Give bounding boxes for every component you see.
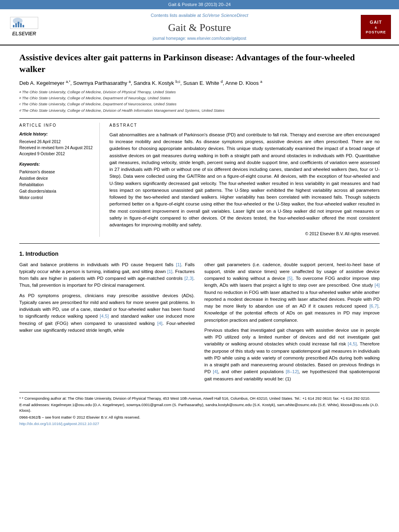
affiliations: a The Ohio State University, College of … (19, 89, 380, 113)
intro-para-4: Previous studies that investigated gait … (204, 327, 380, 382)
journal-homepage: journal homepage: www.elsevier.com/locat… (40, 36, 359, 41)
article-info-abstract: ARTICLE INFO Article history: Received 2… (19, 123, 380, 237)
article-info-label: ARTICLE INFO (19, 123, 93, 128)
header-center: Contents lists available at SciVerse Sci… (40, 12, 359, 41)
journal-title-header: Gait & Posture (40, 21, 359, 35)
article-history: Article history: Received 26 April 2012 … (19, 131, 93, 157)
svg-rect-3 (20, 23, 22, 27)
intro-para-1: Gait and balance problems in individuals… (19, 261, 195, 289)
sciverse-link: Contents lists available at SciVerse Sci… (40, 12, 359, 18)
authors-line: Deb A. Kegelmeyer a,*, Sowmya Parthasara… (19, 79, 380, 87)
footnote-email: E-mail addresses: Kegelmeyer.1@osu.edu (… (19, 402, 380, 414)
abstract-column: ABSTRACT Gait abnormalities are a hallma… (109, 123, 380, 237)
revised-date: Received in revised form 24 August 2012 (19, 145, 93, 151)
footnote-issn: 0966-6362/$ – see front matter © 2012 El… (19, 415, 380, 420)
elsevier-logo: ELSEVIER (8, 17, 40, 37)
svg-point-5 (13, 18, 23, 24)
introduction-title: 1. Introduction (19, 250, 380, 258)
affiliation-c: c The Ohio State University, College of … (19, 101, 380, 107)
article-header-section: Assistive devices alter gait patterns in… (0, 45, 399, 243)
affiliation-a: a The Ohio State University, College of … (19, 89, 380, 95)
affiliation-d: d The Ohio State University, College of … (19, 108, 380, 113)
keyword-2: Assistive device (19, 175, 93, 182)
main-content: 1. Introduction Gait and balance problem… (0, 244, 399, 434)
abstract-text: Gait abnormalities are a hallmark of Par… (109, 131, 380, 229)
keyword-3: Rehabilitation (19, 182, 93, 188)
gait-logo-amp: & (375, 25, 377, 30)
keywords-section: Keywords: Parkinson's disease Assistive … (19, 162, 93, 201)
intro-para-3: other gait parameters (i.e. cadence, dou… (204, 261, 380, 324)
affiliation-b: b The Ohio State University, College of … (19, 95, 380, 101)
author-deb: Deb A. Kegelmeyer a,*, Sowmya Parthasara… (19, 80, 262, 86)
abstract-label: ABSTRACT (109, 123, 380, 128)
article-info-column: ARTICLE INFO Article history: Received 2… (19, 123, 100, 237)
gait-logo-box: GAIT & POSTURE (361, 15, 391, 39)
copyright-line: © 2012 Elsevier B.V. All rights reserved… (109, 231, 380, 237)
journal-header: ELSEVIER Contents lists available at Sci… (0, 9, 399, 45)
footnote-doi: http://dx.doi.org/10.1016/j.gaitpost.201… (19, 421, 380, 427)
gait-logo-posture: POSTURE (366, 30, 386, 35)
keyword-4: Gait disorders/ataxia (19, 188, 93, 195)
svg-rect-4 (23, 25, 24, 27)
received-date: Received 26 April 2012 (19, 139, 93, 145)
journal-citation: Gait & Posture 38 (2013) 20–24 (168, 2, 230, 7)
intro-para-2: As PD symptoms progress, clinicians may … (19, 292, 195, 334)
journal-citation-bar: Gait & Posture 38 (2013) 20–24 (0, 0, 399, 9)
keyword-1: Parkinson's disease (19, 169, 93, 175)
elsevier-logo-box (10, 17, 38, 29)
intro-right-col: other gait parameters (i.e. cadence, dou… (204, 261, 380, 386)
footnote-star: * * Corresponding author at: The Ohio St… (19, 396, 380, 401)
accepted-date: Accepted 9 October 2012 (19, 151, 93, 157)
footnotes: * * Corresponding author at: The Ohio St… (19, 392, 380, 427)
keyword-5: Motor control (19, 195, 93, 201)
elsevier-tree-icon (12, 18, 36, 28)
homepage-label: journal homepage: www.elsevier.com/locat… (153, 36, 246, 41)
gait-logo-gait: GAIT (370, 19, 382, 25)
sciverse-name[interactable]: SciVerse ScienceDirect (202, 13, 249, 18)
elsevier-text: ELSEVIER (12, 31, 36, 37)
introduction-text: Gait and balance problems in individuals… (19, 261, 380, 386)
svg-rect-0 (13, 25, 14, 27)
intro-left-col: Gait and balance problems in individuals… (19, 261, 195, 386)
header-divider (19, 118, 380, 119)
keywords-title: Keywords: (19, 162, 93, 167)
article-history-title: Article history: (19, 131, 93, 137)
article-title: Assistive devices alter gait patterns in… (19, 52, 380, 75)
gait-posture-logo: GAIT & POSTURE (359, 15, 391, 39)
